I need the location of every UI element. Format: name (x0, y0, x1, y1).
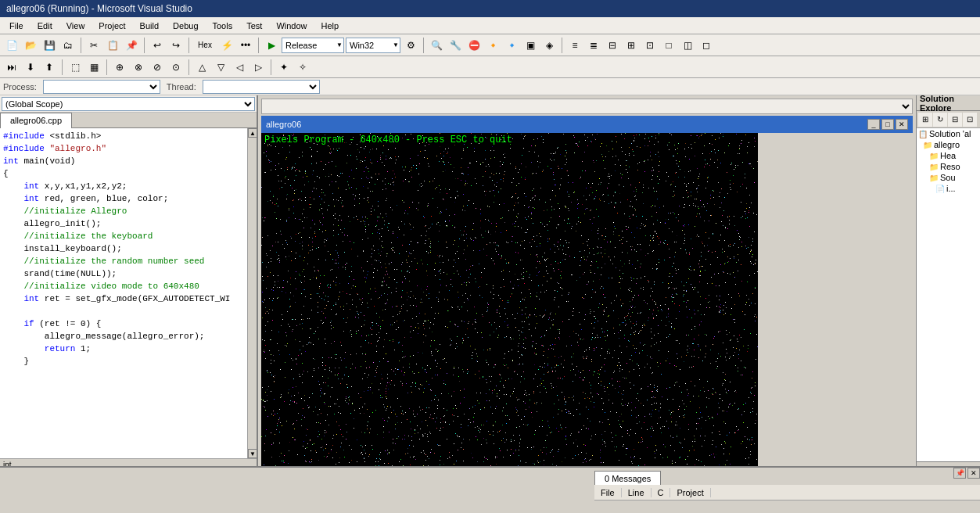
sol-btn1[interactable]: ⊞ (918, 113, 932, 127)
extra-btn7[interactable]: ◫ (679, 37, 696, 54)
copy-btn[interactable]: 📋 (104, 37, 121, 54)
output-pin-btn[interactable]: 📌 (953, 468, 966, 479)
dbtn9[interactable]: ✦ (275, 59, 293, 76)
dbtn1[interactable]: ⊕ (111, 59, 128, 76)
new-file-btn[interactable]: 📄 (3, 37, 20, 54)
solution-explorer: Solution Explore ⊞ ↻ ⊟ ⊡ 📋 Solution 'al … (916, 95, 980, 471)
code-line: //initialize the keyboard (3, 230, 244, 242)
step-over[interactable]: ⏭ (3, 59, 20, 76)
allegro-canvas: Pixels Program - 640x480 - Press ESC to … (261, 133, 758, 500)
solution-tree: 📋 Solution 'al 📁 allegro 📁 Hea 📁 Reso 📁 (917, 128, 980, 461)
win-close-btn[interactable]: ✕ (896, 119, 908, 130)
undo-btn[interactable]: ↩ (149, 37, 166, 54)
thread-combo[interactable] (203, 80, 320, 94)
open-btn[interactable]: 📂 (22, 37, 39, 54)
debug-btn4[interactable]: 🔸 (484, 37, 501, 54)
dbtn5[interactable]: △ (193, 59, 210, 76)
menu-debug[interactable]: Debug (167, 20, 204, 32)
output-col-line: Line (622, 488, 652, 497)
sol-btn4[interactable]: ⊡ (963, 113, 977, 127)
middle-dropdown (261, 99, 913, 114)
menu-project[interactable]: Project (92, 20, 131, 32)
menu-edit[interactable]: Edit (31, 20, 59, 32)
output-messages-tab[interactable]: 0 Messages (594, 471, 661, 485)
tree-item-resources[interactable]: 📁 Reso (917, 161, 980, 172)
output-col-file: File (594, 488, 622, 497)
scroll-down-btn[interactable]: ▼ (248, 449, 257, 458)
menu-build[interactable]: Build (134, 20, 165, 32)
scope-combo[interactable]: (Global Scope) (2, 97, 255, 111)
extra-btn6[interactable]: □ (660, 37, 677, 54)
sol-btn2[interactable]: ↻ (933, 113, 947, 127)
tree-item-source[interactable]: 📁 Sou (917, 172, 980, 183)
platform-combo[interactable]: Win32 (346, 38, 400, 53)
dbtn10[interactable]: ✧ (294, 59, 311, 76)
extra-btn2[interactable]: ≣ (585, 37, 602, 54)
config-btn[interactable]: ⚙ (402, 37, 419, 54)
hex-btn[interactable]: Hex (193, 37, 217, 54)
allegro-title-label: allegro06 (266, 120, 301, 129)
bottom-close-controls: 📌 ✕ (953, 468, 980, 479)
tree-item-solution[interactable]: 📋 Solution 'al (917, 128, 980, 139)
tsep3 (188, 59, 189, 75)
save-all-btn[interactable]: 🗂 (59, 37, 77, 54)
code-content[interactable]: #include <stdlib.h> #include "allegro.h"… (0, 128, 247, 458)
dbtn7[interactable]: ◁ (231, 59, 248, 76)
dbtn8[interactable]: ▷ (249, 59, 267, 76)
release-combo-wrap: Release ▼ (282, 38, 344, 53)
extra-btn5[interactable]: ⊡ (641, 37, 659, 54)
solution-icon: 📋 (918, 130, 928, 138)
toggle-btn[interactable]: ⚡ (218, 37, 235, 54)
dbtn2[interactable]: ⊗ (130, 59, 147, 76)
debug-btn2[interactable]: 🔧 (447, 37, 464, 54)
debug-btn1[interactable]: 🔍 (428, 37, 445, 54)
sol-btn3[interactable]: ⊟ (948, 113, 962, 127)
menu-test[interactable]: Test (240, 20, 268, 32)
tree-item-file[interactable]: 📄 i... (917, 183, 980, 194)
code-line: { (3, 167, 244, 180)
main-toolbar: 📄 📂 💾 🗂 ✂ 📋 📌 ↩ ↪ Hex ⚡ ••• ▶ Release ▼ … (0, 34, 980, 56)
debug-btn5[interactable]: 🔹 (503, 37, 520, 54)
tree-item-headers[interactable]: 📁 Hea (917, 150, 980, 161)
solution-toolbar: ⊞ ↻ ⊟ ⊡ (917, 111, 980, 128)
dbtn3[interactable]: ⊘ (149, 59, 166, 76)
tree-item-project[interactable]: 📁 allegro (917, 139, 980, 150)
code-line: int red, green, blue, color; (3, 192, 244, 205)
redo-btn[interactable]: ↪ (167, 37, 185, 54)
debug-btn7[interactable]: ◈ (540, 37, 558, 54)
debug-btn3[interactable]: ⛔ (465, 37, 483, 54)
scroll-up-btn[interactable]: ▲ (248, 128, 257, 138)
menu-file[interactable]: File (3, 20, 30, 32)
step-into[interactable]: ⬇ (22, 59, 39, 76)
debug-btn6[interactable]: ▣ (522, 37, 539, 54)
dbtn6[interactable]: ▽ (212, 59, 229, 76)
menu-view[interactable]: View (60, 20, 92, 32)
project-icon: 📁 (923, 141, 932, 149)
dot-btn[interactable]: ••• (237, 37, 254, 54)
allegro-window[interactable]: allegro06 _ □ ✕ Pixels Program - 640x480… (261, 116, 913, 500)
paste-btn[interactable]: 📌 (123, 37, 140, 54)
win-minimize-btn[interactable]: _ (867, 119, 880, 130)
code-scrollbar[interactable]: ▲ ▼ (247, 128, 257, 458)
middle-combo[interactable] (262, 99, 912, 113)
cut-btn[interactable]: ✂ (85, 37, 102, 54)
save-btn[interactable]: 💾 (41, 37, 58, 54)
menu-help[interactable]: Help (315, 20, 346, 32)
file-tab-allegro06[interactable]: allegro06.cpp (0, 113, 72, 128)
output-close-btn[interactable]: ✕ (967, 468, 980, 479)
step-out[interactable]: ⬆ (41, 59, 58, 76)
toggle2[interactable]: ⬚ (66, 59, 84, 76)
toggle3[interactable]: ▦ (85, 59, 102, 76)
menu-tools[interactable]: Tools (206, 20, 239, 32)
sep2 (144, 38, 145, 53)
extra-btn1[interactable]: ≡ (566, 37, 583, 54)
win-maximize-btn[interactable]: □ (881, 119, 894, 130)
extra-btn8[interactable]: ◻ (698, 37, 715, 54)
extra-btn4[interactable]: ⊞ (623, 37, 640, 54)
release-combo[interactable]: Release (282, 38, 344, 53)
menu-window[interactable]: Window (270, 20, 313, 32)
process-combo[interactable] (43, 80, 160, 94)
dbtn4[interactable]: ⊙ (167, 59, 185, 76)
extra-btn3[interactable]: ⊟ (604, 37, 621, 54)
play-btn[interactable]: ▶ (263, 37, 280, 54)
